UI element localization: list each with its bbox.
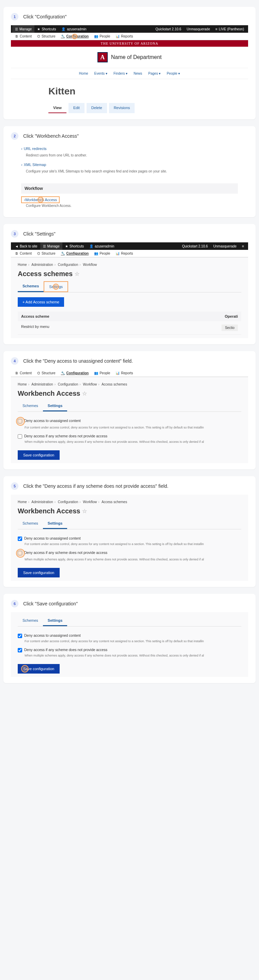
people-link[interactable]: 👥People bbox=[91, 251, 113, 255]
structure-icon: ⌬ bbox=[37, 371, 40, 375]
nav-home[interactable]: Home bbox=[79, 72, 88, 75]
configuration-link[interactable]: 🔧Configuration bbox=[58, 251, 92, 255]
wrench-icon: 🔧 bbox=[61, 34, 65, 38]
deny-any-scheme-desc: When multiple schemes apply, deny access… bbox=[18, 440, 241, 444]
structure-link[interactable]: ⌬Structure bbox=[35, 251, 58, 255]
tab-schemes[interactable]: Schemes bbox=[18, 401, 43, 411]
structure-link[interactable]: ⌬Structure bbox=[35, 34, 58, 38]
nav-news[interactable]: News bbox=[133, 72, 142, 75]
page-heading: Workbench Access☆ bbox=[18, 507, 241, 515]
step-1: 1 Click "Configuration" ☰Manage ★Shortcu… bbox=[3, 7, 256, 119]
local-tasks: View Edit Delete Revisions bbox=[48, 103, 248, 113]
col-operations: Operati bbox=[224, 314, 238, 318]
deny-any-scheme-checkbox[interactable] bbox=[18, 648, 22, 652]
save-configuration-button[interactable]: Save configuration bbox=[18, 664, 60, 673]
click-highlight bbox=[18, 550, 22, 556]
deny-any-scheme-checkbox[interactable] bbox=[18, 434, 22, 439]
step-3: 3 Click "Settings" ◄Back to site ☰Manage… bbox=[3, 224, 256, 344]
people-link[interactable]: 👥People bbox=[91, 34, 113, 38]
deny-any-scheme-label: Deny access if any scheme does not provi… bbox=[24, 648, 107, 652]
nav-finders[interactable]: Finders ▾ bbox=[113, 72, 127, 75]
deny-any-scheme-checkbox[interactable] bbox=[18, 551, 22, 555]
tab-settings[interactable]: Settings bbox=[43, 401, 67, 411]
workbench-access-link[interactable]: ›Workbench Access bbox=[21, 196, 60, 203]
tab-schemes[interactable]: Schemes bbox=[18, 519, 43, 529]
star-icon: ★ bbox=[37, 27, 40, 31]
favorite-icon[interactable]: ☆ bbox=[75, 270, 79, 277]
configuration-link[interactable]: 🔧Configuration bbox=[58, 371, 92, 375]
url-redirects-link[interactable]: ›URL redirects bbox=[21, 145, 238, 153]
step-header: 2 Click "Workbench Access" bbox=[11, 132, 248, 140]
save-configuration-button[interactable]: Save configuration bbox=[18, 450, 60, 460]
click-highlight bbox=[53, 283, 59, 290]
manage-menu[interactable]: ☰Manage bbox=[12, 25, 35, 33]
back-to-site[interactable]: ◄Back to site bbox=[12, 242, 40, 250]
admin-toolbar: ☰Manage ★Shortcuts 👤azuseradmin Quicksta… bbox=[11, 25, 248, 33]
favorite-icon[interactable]: ☆ bbox=[82, 390, 87, 397]
shortcuts-menu[interactable]: ★Shortcuts bbox=[62, 242, 87, 250]
step-number: 3 bbox=[11, 230, 18, 238]
content-link[interactable]: 🗎Content bbox=[12, 34, 35, 38]
configuration-link[interactable]: 🔧Configuration bbox=[58, 34, 92, 38]
step-header: 4 Click the "Deny access to unassigned c… bbox=[11, 357, 248, 365]
deny-unassigned-desc: For content under access control, deny a… bbox=[18, 640, 241, 643]
click-highlight bbox=[21, 665, 29, 673]
add-access-scheme-button[interactable]: + Add Access scheme bbox=[18, 297, 64, 307]
sections-button[interactable]: Sectio bbox=[221, 325, 238, 331]
user-menu[interactable]: 👤azuseradmin bbox=[87, 242, 117, 250]
content-link[interactable]: 🗎Content bbox=[12, 251, 35, 255]
deny-unassigned-checkbox[interactable] bbox=[18, 634, 22, 638]
nav-pages[interactable]: Pages ▾ bbox=[148, 72, 160, 75]
nav-people[interactable]: People ▾ bbox=[167, 72, 180, 75]
arizona-logo: A bbox=[97, 52, 108, 62]
content-link[interactable]: 🗎Content bbox=[12, 371, 35, 375]
wrench-icon: 🔧 bbox=[61, 371, 65, 375]
favorite-icon[interactable]: ☆ bbox=[82, 508, 87, 514]
reports-icon: 📊 bbox=[116, 34, 120, 38]
deny-unassigned-checkbox[interactable] bbox=[18, 419, 22, 423]
tab-edit[interactable]: Edit bbox=[68, 103, 84, 113]
people-icon: 👥 bbox=[94, 251, 98, 255]
tab-schemes[interactable]: Schemes bbox=[18, 281, 44, 292]
step-title: Click the "Deny access to unassigned con… bbox=[23, 358, 133, 364]
step-title: Click "Workbench Access" bbox=[23, 133, 79, 139]
step-title: Click "Save configuration" bbox=[23, 601, 78, 606]
tab-view[interactable]: View bbox=[48, 103, 67, 113]
chevron-icon: › bbox=[21, 162, 22, 167]
structure-icon: ⌬ bbox=[37, 34, 40, 38]
unmasquerade-link[interactable]: Unmasquerade bbox=[184, 25, 213, 33]
department-name: Name of Department bbox=[111, 54, 162, 60]
deny-any-scheme-row: Deny access if any scheme does not provi… bbox=[18, 646, 241, 654]
admin-subbar: 🗎Content ⌬Structure 🔧Configuration 👥Peop… bbox=[11, 33, 248, 40]
tab-settings[interactable]: Settings bbox=[43, 519, 67, 529]
content-icon: 🗎 bbox=[15, 251, 18, 255]
user-menu[interactable]: 👤azuseradmin bbox=[59, 25, 89, 33]
xml-sitemap-link[interactable]: ›XML Sitemap bbox=[21, 161, 238, 169]
nav-events[interactable]: Events ▾ bbox=[94, 72, 107, 75]
breadcrumb: Home› Administration› Configuration› Wor… bbox=[18, 498, 241, 506]
tab-settings[interactable]: Settings bbox=[43, 616, 67, 626]
deny-unassigned-label: Deny access to unassigned content bbox=[24, 418, 81, 423]
shortcuts-menu[interactable]: ★Shortcuts bbox=[35, 25, 59, 33]
manage-menu[interactable]: ☰Manage bbox=[40, 242, 62, 250]
deny-any-scheme-label: Deny access if any scheme does not provi… bbox=[24, 434, 107, 438]
reports-link[interactable]: 📊Reports bbox=[113, 251, 136, 255]
deny-any-scheme-desc: When multiple schemes apply, deny access… bbox=[18, 654, 241, 657]
structure-link[interactable]: ⌬Structure bbox=[35, 371, 58, 375]
save-configuration-button[interactable]: Save configuration bbox=[18, 568, 60, 578]
deny-unassigned-desc: For content under access control, deny a… bbox=[18, 542, 241, 546]
back-icon: ◄ bbox=[15, 244, 18, 248]
env-indicator: ≡ bbox=[239, 242, 247, 250]
tab-settings[interactable]: Settings bbox=[44, 281, 68, 292]
reports-link[interactable]: 📊Reports bbox=[113, 34, 136, 38]
people-icon: 👥 bbox=[94, 371, 98, 375]
tab-delete[interactable]: Delete bbox=[87, 103, 107, 113]
breadcrumb: Home› Administration› Configuration› Wor… bbox=[18, 380, 241, 388]
reports-link[interactable]: 📊Reports bbox=[113, 371, 136, 375]
tab-schemes[interactable]: Schemes bbox=[18, 616, 43, 626]
deny-unassigned-checkbox[interactable] bbox=[18, 536, 22, 541]
page-body: Kitten View Edit Delete Revisions bbox=[11, 79, 248, 113]
unmasquerade-link[interactable]: Unmasquerade bbox=[211, 242, 239, 250]
tab-revisions[interactable]: Revisions bbox=[109, 103, 135, 113]
people-link[interactable]: 👥People bbox=[91, 371, 113, 375]
